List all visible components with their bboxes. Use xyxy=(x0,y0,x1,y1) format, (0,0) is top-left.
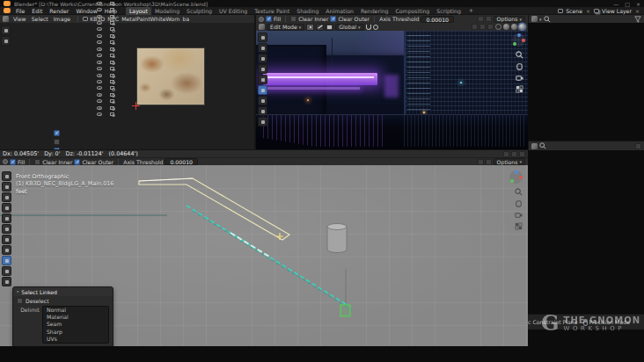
clear-inner-checkbox[interactable] xyxy=(290,16,296,22)
workspace-tab[interactable]: UV Editing xyxy=(216,7,251,15)
disable-in-render-icon[interactable] xyxy=(110,27,114,31)
hide-in-viewport-icon[interactable] xyxy=(97,74,102,77)
uv-menu-item[interactable]: Select xyxy=(29,16,51,22)
disable-in-render-icon[interactable] xyxy=(110,99,114,103)
header-extra-icon[interactable] xyxy=(486,159,492,165)
shading-wireframe-icon[interactable] xyxy=(495,24,501,30)
blender-logo-icon[interactable] xyxy=(4,1,11,6)
workspace-tab[interactable]: Rendering xyxy=(357,7,392,15)
pin-icon[interactable] xyxy=(635,143,641,149)
header-extra-icon[interactable] xyxy=(503,151,509,157)
hide-in-viewport-icon[interactable] xyxy=(97,61,102,64)
zoom-icon[interactable] xyxy=(516,51,523,59)
header-extra-icon[interactable] xyxy=(478,16,484,22)
hide-in-viewport-icon[interactable] xyxy=(97,47,102,51)
search-icon[interactable] xyxy=(539,142,546,149)
delimit-option[interactable]: UVs xyxy=(43,336,108,343)
xray-toggle-icon[interactable] xyxy=(487,24,494,30)
gizmo-x-axis[interactable] xyxy=(519,176,523,179)
delimit-option[interactable]: Normal xyxy=(43,307,108,314)
orientation-dropdown[interactable]: Global ▾ xyxy=(335,24,363,31)
header-extra-icon[interactable] xyxy=(478,159,484,165)
hide-in-viewport-icon[interactable] xyxy=(97,106,102,110)
hide-in-viewport-icon[interactable] xyxy=(97,21,102,25)
clear-inner-checkbox[interactable] xyxy=(54,139,60,145)
menu-item[interactable]: File xyxy=(12,8,28,14)
uv-select-tool-icon[interactable] xyxy=(1,25,11,35)
disable-in-render-icon[interactable] xyxy=(110,112,114,116)
minimize-button[interactable]: — xyxy=(613,1,618,7)
vertex-select-button[interactable] xyxy=(306,24,314,31)
annotate-tool-icon[interactable] xyxy=(2,245,11,255)
disable-in-render-icon[interactable] xyxy=(110,61,114,64)
chevron-down-icon[interactable]: ▾ xyxy=(539,17,542,22)
shading-solid-icon[interactable] xyxy=(503,24,509,30)
zoom-icon[interactable] xyxy=(515,188,523,196)
image-name[interactable]: KB3D_NEC_MetalPaintWhiteWorn_ba xyxy=(90,16,189,22)
proportional-edit-icon[interactable] xyxy=(373,25,378,30)
orthographic-toggle-icon[interactable] xyxy=(515,222,523,230)
options-dropdown[interactable]: Options ▾ xyxy=(494,158,525,165)
bisect-cut-line[interactable] xyxy=(187,206,348,306)
uv-editor-canvas[interactable] xyxy=(0,23,255,149)
delimit-option[interactable]: Material xyxy=(43,314,108,321)
scene-selector[interactable]: Scene xyxy=(566,8,582,14)
disable-in-render-icon[interactable] xyxy=(110,21,114,25)
overlays-toggle-icon[interactable] xyxy=(479,24,486,30)
move-tool-icon[interactable] xyxy=(2,203,11,213)
options-dropdown[interactable]: Options ▾ xyxy=(494,16,525,23)
gizmo-toggle-icon[interactable] xyxy=(472,24,478,30)
measure-tool-icon[interactable] xyxy=(258,106,267,116)
workspace-tab[interactable]: Compositing xyxy=(392,7,434,15)
shading-rendered-icon[interactable] xyxy=(519,24,525,30)
rotate-tool-icon[interactable] xyxy=(258,75,267,84)
uv-menu-item[interactable]: View xyxy=(11,16,29,22)
hide-in-viewport-icon[interactable] xyxy=(97,80,102,83)
scene-unlink-icon[interactable]: × xyxy=(585,8,591,14)
uv-editor-type-icon[interactable] xyxy=(3,16,9,22)
snap-magnet-icon[interactable] xyxy=(366,25,371,30)
viewport-editor-type-icon[interactable] xyxy=(259,24,265,30)
disable-in-render-icon[interactable] xyxy=(110,86,114,90)
measure-tool-icon[interactable] xyxy=(2,266,11,276)
delimit-option[interactable]: Seam xyxy=(43,321,108,328)
add-workspace-button[interactable]: + xyxy=(466,7,476,14)
viewport-3d-render[interactable] xyxy=(255,31,528,149)
pan-hand-icon[interactable] xyxy=(515,199,523,207)
selected-roof-edges[interactable] xyxy=(139,178,289,240)
clear-outer-checkbox[interactable] xyxy=(330,16,336,22)
select-box-tool-icon[interactable] xyxy=(258,43,267,53)
disable-in-render-icon[interactable] xyxy=(110,15,114,18)
hide-in-viewport-icon[interactable] xyxy=(97,2,102,5)
clear-outer-checkbox[interactable] xyxy=(74,159,80,165)
viewport-front-orthographic[interactable]: Front Orthographic (1) KB3D_NEC_BldgLG_A… xyxy=(0,165,528,346)
select-linked-panel-header[interactable]: ▸ Select Linked xyxy=(13,287,113,296)
workspace-tab[interactable]: Animation xyxy=(322,7,357,15)
edge-select-button[interactable] xyxy=(316,24,324,31)
hide-in-viewport-icon[interactable] xyxy=(97,34,102,38)
workspace-tab[interactable]: Sculpting xyxy=(183,7,216,15)
workspace-tab[interactable]: Texture Paint xyxy=(251,7,293,15)
disable-in-render-icon[interactable] xyxy=(110,106,114,110)
deselect-checkbox[interactable] xyxy=(17,298,23,304)
fill-checkbox[interactable] xyxy=(266,16,272,22)
close-button[interactable]: × xyxy=(636,1,640,7)
delimit-option[interactable]: Sharp xyxy=(43,329,108,336)
select-box-tool-icon[interactable] xyxy=(2,182,11,192)
view-layer-unlink-icon[interactable]: × xyxy=(634,8,640,14)
menu-item[interactable]: Edit xyxy=(28,8,46,14)
navigation-gizmo[interactable] xyxy=(512,33,525,47)
workspace-tab[interactable]: Layout xyxy=(126,7,151,15)
uv-cursor-tool-icon[interactable] xyxy=(1,36,11,46)
gizmo-y-axis[interactable] xyxy=(513,42,516,46)
camera-view-icon[interactable] xyxy=(515,211,523,219)
face-select-button[interactable] xyxy=(326,24,333,31)
disable-in-render-icon[interactable] xyxy=(110,47,114,51)
hide-in-viewport-icon[interactable] xyxy=(97,15,102,18)
header-extra-icon[interactable] xyxy=(519,151,525,157)
workspace-tab[interactable]: Modeling xyxy=(151,7,183,15)
properties-editor-type-icon[interactable] xyxy=(531,143,538,149)
add-cube-tool-icon[interactable] xyxy=(258,117,267,127)
cursor-tool-icon[interactable] xyxy=(258,54,267,63)
filter-funnel-icon[interactable] xyxy=(634,16,641,23)
